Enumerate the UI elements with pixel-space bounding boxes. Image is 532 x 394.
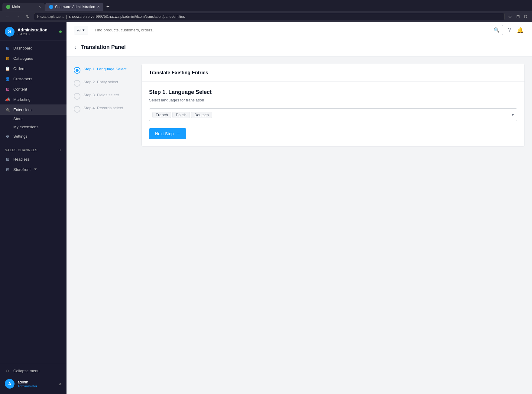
collapse-icon: ⊙ xyxy=(5,368,10,373)
extensions-button[interactable]: ⊞ xyxy=(515,14,521,20)
step1-heading: Step 1. Language Select xyxy=(149,89,517,95)
sidebar-item-catalogues[interactable]: ⊟ Catalogues xyxy=(0,53,66,63)
online-indicator xyxy=(59,30,62,33)
url-text: shopware.server999753.nazwa.pl/admin#/lc… xyxy=(69,14,185,19)
sidebar-label-extensions: Extensions xyxy=(13,107,33,112)
lang-tag-french[interactable]: French xyxy=(152,112,171,118)
sales-channels-section-label: Sales Channels xyxy=(5,148,37,152)
page-title: Translation Panel xyxy=(81,44,126,50)
select-chevron-icon: ▾ xyxy=(512,112,514,117)
sales-channels-add-button[interactable]: + xyxy=(59,147,62,153)
sidebar-label-customers: Customers xyxy=(13,77,32,81)
nav-back-button[interactable]: ← xyxy=(4,14,11,20)
sidebar-item-customers[interactable]: 👤 Customers xyxy=(0,74,66,84)
bookmark-button[interactable]: ☆ xyxy=(507,14,513,20)
page-header: ‹ Translation Panel xyxy=(66,38,532,56)
tab-shopware-label: Shopware Administration xyxy=(55,5,95,9)
search-bar: 🔍 xyxy=(92,25,503,35)
content-icon: ⊡ xyxy=(5,86,10,92)
storefront-icon: ⊟ xyxy=(5,167,10,172)
notifications-button[interactable]: 🔔 xyxy=(516,26,525,35)
main-area: All ▾ 🔍 ? 🔔 ‹ Translation Panel xyxy=(66,22,532,394)
user-avatar: A xyxy=(5,379,15,389)
sidebar-item-headless[interactable]: ⊟ Headless xyxy=(0,154,66,164)
orders-icon: 📋 xyxy=(5,66,10,71)
sidebar-item-marketing[interactable]: 📣 Marketing xyxy=(0,94,66,104)
search-filter-label: All xyxy=(77,28,81,32)
catalogues-icon: ⊟ xyxy=(5,56,10,61)
language-select[interactable]: French Polish Deutsch ▾ xyxy=(149,108,517,121)
sidebar-item-content[interactable]: ⊡ Content xyxy=(0,84,66,94)
search-submit-button[interactable]: 🔍 xyxy=(494,27,500,33)
search-input[interactable] xyxy=(95,28,494,32)
tab-shopware-close[interactable]: ✕ xyxy=(97,5,100,9)
storefront-eye-button[interactable]: 👁 xyxy=(34,167,38,172)
sidebar-label-my-extensions: My extensions xyxy=(13,125,38,129)
nav-reload-button[interactable]: ↻ xyxy=(24,14,31,20)
settings-icon: ⚙ xyxy=(5,133,10,139)
url-bar[interactable]: Niezabezpieczona | shopware.server999753… xyxy=(34,13,504,20)
sidebar-label-headless: Headless xyxy=(13,157,30,162)
sidebar-label-catalogues: Catalogues xyxy=(13,56,33,61)
nav-forward-button[interactable]: → xyxy=(14,14,22,20)
back-button[interactable]: ‹ xyxy=(74,43,77,51)
tab-main-icon xyxy=(6,5,10,9)
tab-shopware[interactable]: Shopware Administration ✕ xyxy=(45,3,103,11)
marketing-icon: 📣 xyxy=(5,97,10,102)
sidebar-item-dashboard[interactable]: ⊞ Dashboard xyxy=(0,43,66,53)
sidebar: S Administration 6.4.20.0 ⊞ Dashboard ⊟ … xyxy=(0,22,66,394)
profile-button[interactable]: D xyxy=(523,14,528,20)
tab-main-close[interactable]: ✕ xyxy=(38,5,41,9)
sidebar-label-orders: Orders xyxy=(13,66,25,71)
user-profile[interactable]: A admin Administrator ∧ xyxy=(0,376,66,392)
next-step-button[interactable]: Next Step → xyxy=(149,128,186,139)
sidebar-item-orders[interactable]: 📋 Orders xyxy=(0,63,66,74)
extensions-icon: 🔌 xyxy=(5,107,10,112)
content-area: ‹ Translation Panel Step 1. Language Sel… xyxy=(66,38,532,394)
sidebar-item-storefront[interactable]: ⊟ Storefront 👁 xyxy=(0,164,66,175)
next-step-label: Next Step xyxy=(155,131,174,136)
app-name: Administration xyxy=(18,27,56,32)
translation-card: Translate Existing Entries Step 1. Langu… xyxy=(141,64,525,147)
sidebar-item-settings[interactable]: ⚙ Settings xyxy=(0,131,66,141)
step1-subtext: Select languages for translation xyxy=(149,98,517,102)
sidebar-label-content: Content xyxy=(13,87,27,91)
sidebar-item-extensions[interactable]: 🔌 Extensions xyxy=(0,104,66,115)
step-1-label: Step 1. Language Select xyxy=(83,67,126,71)
step-2-item[interactable]: Step 2. Entity select xyxy=(74,77,134,90)
step-3-label: Step 3. Fields select xyxy=(83,93,119,97)
step-3-circle xyxy=(74,93,80,100)
app-logo: S xyxy=(5,27,15,37)
page-body: Step 1. Language Select Step 2. Entity s… xyxy=(66,56,532,154)
lang-tag-deutsch[interactable]: Deutsch xyxy=(191,112,212,118)
card-title: Translate Existing Entries xyxy=(149,70,517,75)
search-filter-button[interactable]: All ▾ xyxy=(74,26,88,34)
tab-shopware-icon xyxy=(49,5,53,9)
sidebar-label-settings: Settings xyxy=(13,134,28,139)
new-tab-button[interactable]: + xyxy=(104,2,112,11)
headless-icon: ⊟ xyxy=(5,156,10,162)
sidebar-item-store[interactable]: Store xyxy=(0,115,66,123)
step-4-label: Step 4. Records select xyxy=(83,106,123,110)
step-2-circle xyxy=(74,80,80,87)
lang-tag-polish[interactable]: Polish xyxy=(172,112,190,118)
sidebar-item-my-extensions[interactable]: My extensions xyxy=(0,123,66,131)
step-1-item[interactable]: Step 1. Language Select xyxy=(74,64,134,77)
card-header: Translate Existing Entries xyxy=(142,64,524,82)
user-role: Administrator xyxy=(18,384,56,388)
sidebar-label-marketing: Marketing xyxy=(13,97,31,102)
tab-main[interactable]: Main ✕ xyxy=(2,3,45,11)
step-4-item[interactable]: Step 4. Records select xyxy=(74,103,134,116)
tab-main-label: Main xyxy=(12,5,20,9)
sidebar-label-storefront: Storefront xyxy=(13,167,31,172)
help-button[interactable]: ? xyxy=(507,26,512,34)
url-secure-label: Niezabezpieczona xyxy=(37,15,64,18)
step-1-circle xyxy=(74,67,80,74)
collapse-menu-item[interactable]: ⊙ Collapse menu xyxy=(0,366,66,376)
search-filter-chevron: ▾ xyxy=(83,28,85,32)
step-3-item[interactable]: Step 3. Fields select xyxy=(74,90,134,103)
app-version: 6.4.20.0 xyxy=(18,32,56,36)
card-body: Step 1. Language Select Select languages… xyxy=(142,82,524,146)
step-2-label: Step 2. Entity select xyxy=(83,80,118,84)
user-name: admin xyxy=(18,380,56,384)
